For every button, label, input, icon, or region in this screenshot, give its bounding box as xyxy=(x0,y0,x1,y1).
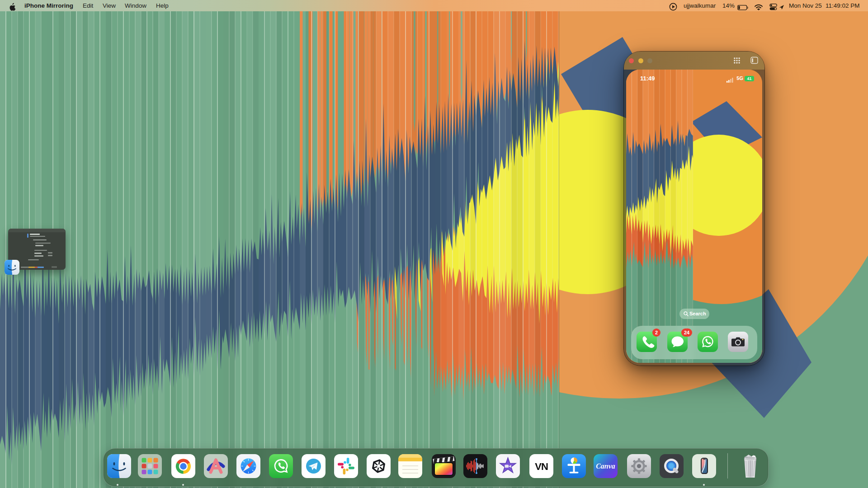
svg-text:Canva: Canva xyxy=(596,462,615,470)
svg-text:VN: VN xyxy=(535,461,548,472)
